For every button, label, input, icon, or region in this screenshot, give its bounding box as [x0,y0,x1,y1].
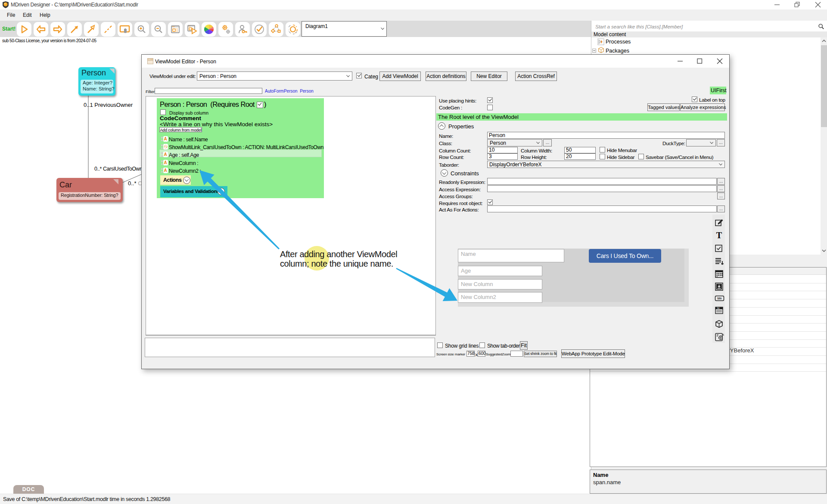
svg-text:T: T [716,231,722,240]
svg-text:btn: btn [717,297,721,300]
svg-text:list: list [717,307,720,309]
